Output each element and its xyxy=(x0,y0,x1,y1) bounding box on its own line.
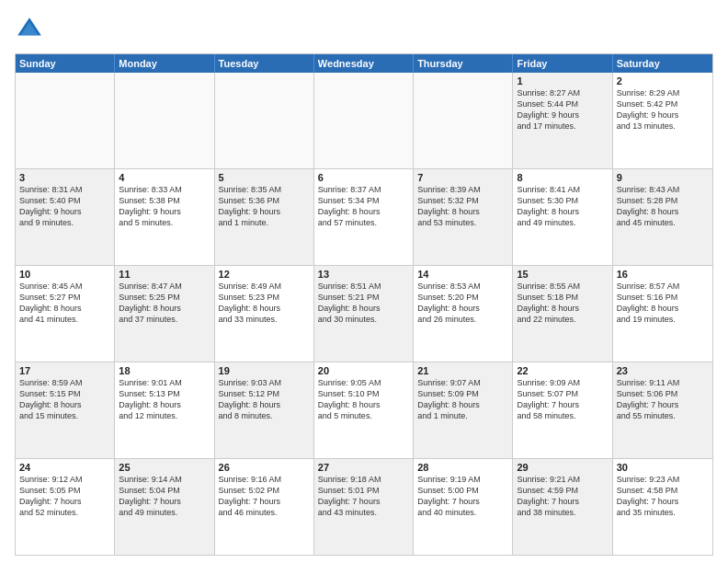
cell-info: Sunrise: 8:49 AM Sunset: 5:23 PM Dayligh… xyxy=(219,281,310,326)
calendar-cell-19: 19Sunrise: 9:03 AM Sunset: 5:12 PM Dayli… xyxy=(215,362,314,458)
header-day-monday: Monday xyxy=(115,54,214,73)
calendar-cell-14: 14Sunrise: 8:53 AM Sunset: 5:20 PM Dayli… xyxy=(414,266,513,362)
calendar-cell-23: 23Sunrise: 9:11 AM Sunset: 5:06 PM Dayli… xyxy=(613,362,712,458)
calendar-cell-18: 18Sunrise: 9:01 AM Sunset: 5:13 PM Dayli… xyxy=(115,362,214,458)
cell-info: Sunrise: 8:59 AM Sunset: 5:15 PM Dayligh… xyxy=(19,377,110,422)
calendar-body: 1Sunrise: 8:27 AM Sunset: 5:44 PM Daylig… xyxy=(16,73,712,555)
day-number: 17 xyxy=(19,365,110,376)
cell-info: Sunrise: 8:35 AM Sunset: 5:36 PM Dayligh… xyxy=(219,184,310,229)
calendar-cell-16: 16Sunrise: 8:57 AM Sunset: 5:16 PM Dayli… xyxy=(613,266,712,362)
calendar-cell-empty-0-3 xyxy=(314,73,414,168)
calendar-cell-21: 21Sunrise: 9:07 AM Sunset: 5:09 PM Dayli… xyxy=(414,362,513,458)
calendar-cell-empty-0-2 xyxy=(215,73,314,168)
header-day-sunday: Sunday xyxy=(16,54,115,73)
day-number: 26 xyxy=(219,462,310,473)
day-number: 22 xyxy=(517,365,608,376)
cell-info: Sunrise: 8:53 AM Sunset: 5:20 PM Dayligh… xyxy=(417,281,508,326)
cell-info: Sunrise: 9:18 AM Sunset: 5:01 PM Dayligh… xyxy=(318,474,409,519)
calendar-cell-3: 3Sunrise: 8:31 AM Sunset: 5:40 PM Daylig… xyxy=(16,169,115,265)
cell-info: Sunrise: 9:14 AM Sunset: 5:04 PM Dayligh… xyxy=(119,474,210,519)
cell-info: Sunrise: 9:07 AM Sunset: 5:09 PM Dayligh… xyxy=(417,377,508,422)
cell-info: Sunrise: 8:33 AM Sunset: 5:38 PM Dayligh… xyxy=(119,184,210,229)
calendar: SundayMondayTuesdayWednesdayThursdayFrid… xyxy=(15,53,713,556)
calendar-cell-20: 20Sunrise: 9:05 AM Sunset: 5:10 PM Dayli… xyxy=(314,362,414,458)
cell-info: Sunrise: 8:55 AM Sunset: 5:18 PM Dayligh… xyxy=(517,281,608,326)
cell-info: Sunrise: 8:51 AM Sunset: 5:21 PM Dayligh… xyxy=(318,281,409,326)
cell-info: Sunrise: 8:43 AM Sunset: 5:28 PM Dayligh… xyxy=(617,184,709,229)
calendar-cell-13: 13Sunrise: 8:51 AM Sunset: 5:21 PM Dayli… xyxy=(314,266,414,362)
cell-info: Sunrise: 8:37 AM Sunset: 5:34 PM Dayligh… xyxy=(318,184,409,229)
calendar-cell-empty-0-4 xyxy=(414,73,513,168)
day-number: 29 xyxy=(517,462,608,473)
day-number: 21 xyxy=(417,365,508,376)
calendar-cell-12: 12Sunrise: 8:49 AM Sunset: 5:23 PM Dayli… xyxy=(215,266,314,362)
calendar-row-2: 10Sunrise: 8:45 AM Sunset: 5:27 PM Dayli… xyxy=(16,265,712,362)
calendar-row-4: 24Sunrise: 9:12 AM Sunset: 5:05 PM Dayli… xyxy=(16,458,712,555)
cell-info: Sunrise: 8:31 AM Sunset: 5:40 PM Dayligh… xyxy=(19,184,110,229)
calendar-cell-5: 5Sunrise: 8:35 AM Sunset: 5:36 PM Daylig… xyxy=(215,169,314,265)
header-day-saturday: Saturday xyxy=(613,54,712,73)
calendar-cell-28: 28Sunrise: 9:19 AM Sunset: 5:00 PM Dayli… xyxy=(414,459,513,555)
calendar-cell-26: 26Sunrise: 9:16 AM Sunset: 5:02 PM Dayli… xyxy=(215,459,314,555)
day-number: 13 xyxy=(318,269,409,280)
day-number: 25 xyxy=(119,462,210,473)
calendar-cell-17: 17Sunrise: 8:59 AM Sunset: 5:15 PM Dayli… xyxy=(16,362,115,458)
calendar-cell-30: 30Sunrise: 9:23 AM Sunset: 4:58 PM Dayli… xyxy=(613,459,712,555)
day-number: 14 xyxy=(417,269,508,280)
logo-icon xyxy=(15,15,44,44)
cell-info: Sunrise: 9:01 AM Sunset: 5:13 PM Dayligh… xyxy=(119,377,210,422)
header-day-wednesday: Wednesday xyxy=(314,54,414,73)
calendar-cell-24: 24Sunrise: 9:12 AM Sunset: 5:05 PM Dayli… xyxy=(16,459,115,555)
cell-info: Sunrise: 8:57 AM Sunset: 5:16 PM Dayligh… xyxy=(617,281,709,326)
page: SundayMondayTuesdayWednesdayThursdayFrid… xyxy=(0,0,728,563)
day-number: 20 xyxy=(318,365,409,376)
calendar-row-0: 1Sunrise: 8:27 AM Sunset: 5:44 PM Daylig… xyxy=(16,73,712,168)
header-day-friday: Friday xyxy=(513,54,612,73)
cell-info: Sunrise: 9:03 AM Sunset: 5:12 PM Dayligh… xyxy=(219,377,310,422)
day-number: 10 xyxy=(19,269,110,280)
cell-info: Sunrise: 9:16 AM Sunset: 5:02 PM Dayligh… xyxy=(219,474,310,519)
cell-info: Sunrise: 9:12 AM Sunset: 5:05 PM Dayligh… xyxy=(19,474,110,519)
cell-info: Sunrise: 8:29 AM Sunset: 5:42 PM Dayligh… xyxy=(617,87,709,132)
day-number: 24 xyxy=(19,462,110,473)
calendar-cell-10: 10Sunrise: 8:45 AM Sunset: 5:27 PM Dayli… xyxy=(16,266,115,362)
calendar-header: SundayMondayTuesdayWednesdayThursdayFrid… xyxy=(16,54,712,73)
day-number: 8 xyxy=(517,172,608,183)
day-number: 19 xyxy=(219,365,310,376)
cell-info: Sunrise: 8:41 AM Sunset: 5:30 PM Dayligh… xyxy=(517,184,608,229)
cell-info: Sunrise: 9:09 AM Sunset: 5:07 PM Dayligh… xyxy=(517,377,608,422)
day-number: 23 xyxy=(617,365,709,376)
calendar-cell-27: 27Sunrise: 9:18 AM Sunset: 5:01 PM Dayli… xyxy=(314,459,414,555)
calendar-cell-2: 2Sunrise: 8:29 AM Sunset: 5:42 PM Daylig… xyxy=(613,73,712,168)
day-number: 15 xyxy=(517,269,608,280)
calendar-cell-8: 8Sunrise: 8:41 AM Sunset: 5:30 PM Daylig… xyxy=(513,169,612,265)
day-number: 12 xyxy=(219,269,310,280)
day-number: 18 xyxy=(119,365,210,376)
logo xyxy=(15,15,48,44)
calendar-cell-4: 4Sunrise: 8:33 AM Sunset: 5:38 PM Daylig… xyxy=(115,169,214,265)
calendar-cell-6: 6Sunrise: 8:37 AM Sunset: 5:34 PM Daylig… xyxy=(314,169,414,265)
cell-info: Sunrise: 8:45 AM Sunset: 5:27 PM Dayligh… xyxy=(19,281,110,326)
day-number: 30 xyxy=(617,462,709,473)
cell-info: Sunrise: 8:47 AM Sunset: 5:25 PM Dayligh… xyxy=(119,281,210,326)
day-number: 16 xyxy=(617,269,709,280)
day-number: 6 xyxy=(318,172,409,183)
calendar-row-1: 3Sunrise: 8:31 AM Sunset: 5:40 PM Daylig… xyxy=(16,168,712,265)
calendar-cell-11: 11Sunrise: 8:47 AM Sunset: 5:25 PM Dayli… xyxy=(115,266,214,362)
cell-info: Sunrise: 9:11 AM Sunset: 5:06 PM Dayligh… xyxy=(617,377,709,422)
calendar-cell-1: 1Sunrise: 8:27 AM Sunset: 5:44 PM Daylig… xyxy=(513,73,612,168)
day-number: 4 xyxy=(119,172,210,183)
day-number: 1 xyxy=(517,75,608,86)
calendar-cell-22: 22Sunrise: 9:09 AM Sunset: 5:07 PM Dayli… xyxy=(513,362,612,458)
day-number: 27 xyxy=(318,462,409,473)
cell-info: Sunrise: 9:21 AM Sunset: 4:59 PM Dayligh… xyxy=(517,474,608,519)
calendar-cell-7: 7Sunrise: 8:39 AM Sunset: 5:32 PM Daylig… xyxy=(414,169,513,265)
day-number: 7 xyxy=(417,172,508,183)
calendar-cell-15: 15Sunrise: 8:55 AM Sunset: 5:18 PM Dayli… xyxy=(513,266,612,362)
calendar-cell-empty-0-1 xyxy=(115,73,214,168)
cell-info: Sunrise: 9:05 AM Sunset: 5:10 PM Dayligh… xyxy=(318,377,409,422)
day-number: 5 xyxy=(219,172,310,183)
calendar-row-3: 17Sunrise: 8:59 AM Sunset: 5:15 PM Dayli… xyxy=(16,362,712,458)
day-number: 11 xyxy=(119,269,210,280)
calendar-cell-25: 25Sunrise: 9:14 AM Sunset: 5:04 PM Dayli… xyxy=(115,459,214,555)
